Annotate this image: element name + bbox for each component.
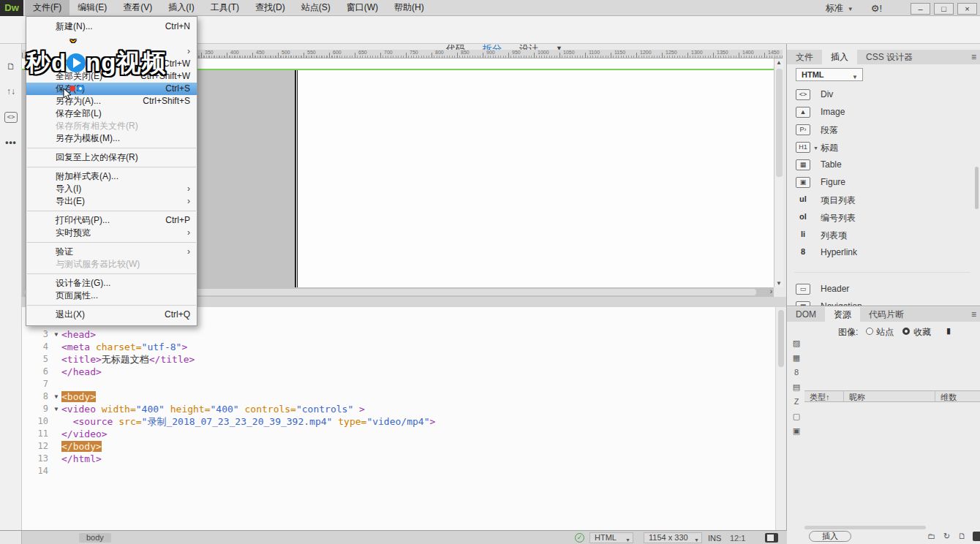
file-menu-item-0[interactable]: 新建(N)...Ctrl+N [26,20,197,33]
tab-dom[interactable]: DOM [787,307,825,322]
insert-item-table[interactable]: ▦Table [787,156,970,174]
assets-category-urls-icon[interactable]: 8 [788,368,804,382]
code-line-4[interactable]: 4<meta charset="utf-8"> [22,341,775,353]
file-menu-item-20[interactable]: 退出(X)Ctrl+Q [26,309,197,321]
file-menu-item-1[interactable] [26,33,197,45]
file-menu-item-13[interactable]: 导出(E)› [26,195,197,208]
menu-find[interactable]: 查找(D) [247,0,293,15]
code-line-3[interactable]: 3▼<head> [22,328,775,341]
code-line-6[interactable]: 6</head> [22,366,775,378]
customize-toolbar-icon[interactable]: ••• [4,137,18,149]
minimize-button[interactable]: – [911,3,930,15]
fold-arrow-icon[interactable]: ▼ [51,390,61,403]
assets-category-media-icon[interactable]: ▤ [788,382,804,397]
column-type[interactable]: 类型↑ [804,391,844,401]
radio-site[interactable] [866,328,873,335]
menu-window[interactable]: 窗口(W) [339,0,386,15]
assets-empty-list[interactable] [804,403,980,524]
radio-favorites-label[interactable]: 收藏 [913,326,931,339]
tab-insert[interactable]: 插入 [822,50,857,64]
insert-item-figure[interactable]: ▣Figure [787,174,970,192]
assets-category-images-icon[interactable]: ▨ [788,339,804,353]
scroll-down-icon[interactable]: ▼ [774,280,783,287]
file-menu-item-11[interactable]: 附加样式表(A)... [26,170,197,183]
tab-files[interactable]: 文件 [787,50,822,64]
insert-scrollbar-thumb[interactable] [975,167,979,209]
file-menu-item-15[interactable]: 实时预览› [26,227,197,239]
sync-settings-button[interactable]: ⚙! [871,3,882,14]
code-line-5[interactable]: 5<title>无标题文档</title> [22,353,775,366]
file-menu-item-6[interactable]: 另存为(A)...Ctrl+Shift+S [26,95,197,107]
menu-file[interactable]: 文件(F) [25,0,69,15]
maximize-button[interactable]: □ [934,3,954,15]
file-menu-item-12[interactable]: 导入(I)› [26,183,197,195]
code-view[interactable]: 2▼<html>3▼<head>4<meta charset="utf-8">5… [22,307,775,530]
panel-menu-icon[interactable]: ≡ [971,52,976,62]
code-line-12[interactable]: 12</body> [22,440,775,453]
fold-arrow-icon[interactable]: ▼ [51,328,61,341]
menu-tools[interactable]: 工具(T) [203,0,247,15]
tag-selector-body[interactable]: body [79,533,111,543]
code-line-8[interactable]: 8▼<body> [22,390,775,403]
scroll-right-icon[interactable]: › [770,287,772,295]
panel-menu-icon[interactable]: ≡ [971,309,976,320]
scrollbar-thumb[interactable] [776,69,783,177]
chevron-down-icon[interactable]: ▼ [813,146,818,151]
file-menu-item-18[interactable]: 设计备注(G)... [26,277,197,290]
insert-item-hyperlink[interactable]: 8Hyperlink [787,244,970,262]
open-documents-icon[interactable]: 🗋 [4,61,18,73]
tab-snippets[interactable]: 代码片断 [860,307,913,322]
assets-scrollbar-thumb[interactable] [804,526,926,529]
code-line-13[interactable]: 13</html> [22,453,775,465]
insert-item-paragraph[interactable]: P›段落 [787,121,970,139]
radio-favorites[interactable] [902,328,910,335]
menu-insert[interactable]: 插入(I) [160,0,202,15]
new-file-icon[interactable]: 🗋 [958,532,966,540]
assets-category-library-icon[interactable]: ▣ [788,426,804,441]
assets-category-templates-icon[interactable]: ▢ [788,412,804,426]
insert-item-image[interactable]: ▲Image [787,104,970,121]
tab-assets[interactable]: 资源 [825,307,860,322]
menu-site[interactable]: 站点(S) [293,0,339,15]
file-menu-item-19[interactable]: 页面属性... [26,290,197,302]
insert-item-heading[interactable]: H1▼标题 [787,139,970,156]
refresh-icon[interactable]: ↻ [943,532,950,541]
device-preview-icon[interactable] [765,533,778,543]
insert-category-dropdown[interactable]: HTML ▼ [796,68,863,81]
insert-item-ul[interactable]: ul项目列表 [787,192,970,209]
assets-category-scripts-icon[interactable]: Z [788,397,804,412]
doctype-dropdown[interactable]: HTML ▼ [589,532,633,543]
code-line-7[interactable]: 7 [22,378,775,390]
design-vertical-scrollbar[interactable]: ▲ ▼ [774,58,783,287]
insert-item-li[interactable]: li列表项 [787,227,970,244]
file-menu-item-7[interactable]: 保存全部(L) [26,107,197,120]
code-line-9[interactable]: 9▼<video width="400" height="400" contro… [22,403,775,415]
column-nickname[interactable]: 昵称 [844,391,935,401]
assets-insert-button[interactable]: 插入 [809,531,851,542]
menu-edit[interactable]: 编辑(E) [69,0,115,15]
code-line-14[interactable]: 14 [22,465,775,477]
scroll-up-icon[interactable]: ▲ [774,59,783,66]
column-dimensions[interactable]: 维数 [935,391,980,401]
file-menu-item-14[interactable]: 打印代码(P)...Ctrl+P [26,214,197,227]
code-line-10[interactable]: 10 <source src="录制_2018_07_23_23_20_39_3… [22,415,775,428]
file-menu-item-16[interactable]: 验证› [26,246,197,258]
code-format-icon[interactable]: <> [4,112,18,123]
insert-item-header[interactable]: ▭Header [787,281,970,298]
window-size-dropdown[interactable]: 1154 x 330 ▼ [644,532,702,543]
file-menu-item-10[interactable]: 回复至上次的保存(R) [26,151,197,164]
tab-css-designer[interactable]: CSS 设计器 [857,50,921,64]
fold-arrow-icon[interactable]: ▼ [51,403,61,415]
edit-icon[interactable] [973,532,980,541]
close-button[interactable]: × [957,3,977,15]
scrollbar-thumb[interactable] [778,310,784,367]
insert-item-div[interactable]: <>Div [787,86,970,104]
code-vertical-scrollbar[interactable] [775,307,785,530]
insert-item-ol[interactable]: ol编号列表 [787,209,970,227]
menu-help[interactable]: 帮助(H) [386,0,432,15]
folder-icon[interactable]: 🗀 [927,532,935,540]
file-menu-item-9[interactable]: 另存为模板(M)... [26,132,197,145]
code-line-11[interactable]: 11</video> [22,428,775,440]
menu-view[interactable]: 查看(V) [115,0,160,15]
sort-lines-icon[interactable]: ↑↓ [4,86,18,98]
